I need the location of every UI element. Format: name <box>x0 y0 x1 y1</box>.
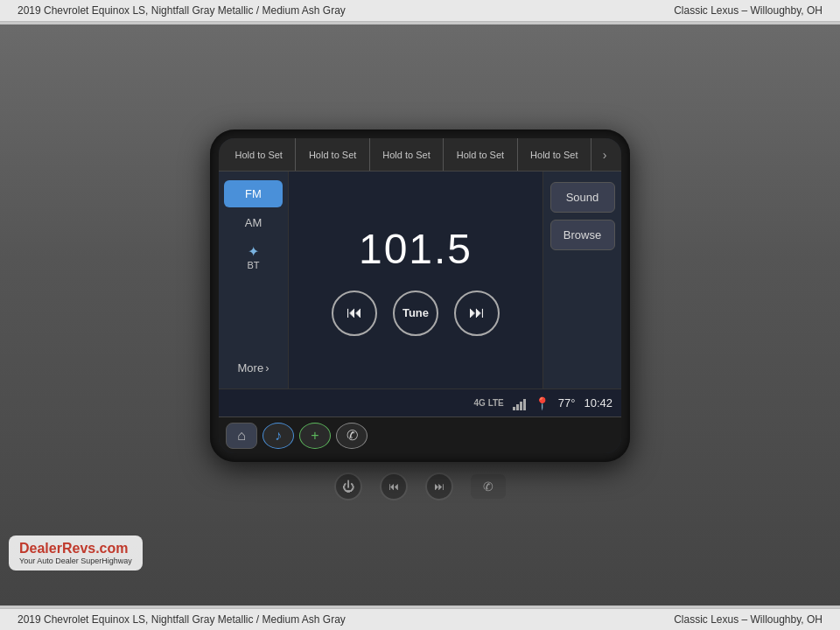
next-track-button[interactable]: ⏭ <box>454 290 500 336</box>
preset-bar: Hold to Set Hold to Set Hold to Set Hold… <box>219 138 621 172</box>
signal-bar-3 <box>520 402 522 410</box>
bottom-caption-bar: 2019 Chevrolet Equinox LS, Nightfall Gra… <box>0 608 840 630</box>
bottom-caption-left: 2019 Chevrolet Equinox LS, Nightfall Gra… <box>18 613 346 626</box>
screen-bezel: Hold to Set Hold to Set Hold to Set Hold… <box>210 130 630 500</box>
top-caption-right: Classic Lexus – Willoughby, OH <box>674 4 822 17</box>
more-chevron-icon: › <box>265 361 269 374</box>
right-sidebar: Sound Browse <box>542 172 621 388</box>
home-button[interactable]: ⌂ <box>226 423 257 449</box>
bottom-caption-right: Classic Lexus – Willoughby, OH <box>674 613 822 626</box>
next-track-icon: ⏭ <box>469 304 485 322</box>
watermark-sub: Your Auto Dealer SuperHighway <box>19 556 132 565</box>
sound-button[interactable]: Sound <box>550 182 615 213</box>
infotainment-screen: Hold to Set Hold to Set Hold to Set Hold… <box>219 138 621 453</box>
temperature-display: 77° <box>558 396 576 410</box>
preset-4[interactable]: Hold to Set <box>444 138 517 171</box>
content-area: FM AM ✦ BT More › <box>219 172 621 388</box>
skip-next-button[interactable]: ⏭ <box>425 472 453 500</box>
preset-next-button[interactable]: › <box>592 138 618 171</box>
top-caption-bar: 2019 Chevrolet Equinox LS, Nightfall Gra… <box>0 0 840 22</box>
more-button[interactable]: More › <box>219 354 288 382</box>
signal-bar-2 <box>516 404 519 410</box>
lte-label: 4G LTE <box>474 398 504 408</box>
bluetooth-icon: ✦ <box>248 243 259 260</box>
skip-prev-button[interactable]: ⏮ <box>380 472 408 500</box>
status-bar: 4G LTE 📍 77° 10:42 <box>219 388 621 416</box>
tune-button[interactable]: Tune <box>393 290 438 336</box>
playback-controls: ⏮ Tune ⏭ <box>332 290 500 336</box>
bottom-toolbar: ⌂ ♪ + ✆ <box>219 416 621 453</box>
center-area: 101.5 ⏮ Tune ⏭ <box>289 172 542 388</box>
location-icon: 📍 <box>535 396 550 410</box>
browse-button[interactable]: Browse <box>550 220 615 250</box>
home-icon: ⌂ <box>237 428 246 444</box>
prev-track-button[interactable]: ⏮ <box>332 290 377 336</box>
top-caption-left: 2019 Chevrolet Equinox LS, Nightfall Gra… <box>18 4 346 17</box>
phone-hw-button[interactable]: ✆ <box>471 474 506 499</box>
add-icon: + <box>311 428 318 444</box>
preset-5[interactable]: Hold to Set <box>518 138 592 171</box>
phone-icon: ✆ <box>346 427 358 444</box>
power-button[interactable]: ⏻ <box>334 472 362 500</box>
bt-source-button[interactable]: ✦ BT <box>219 236 288 277</box>
left-sidebar: FM AM ✦ BT More › <box>219 172 289 388</box>
signal-strength-icon <box>513 396 526 410</box>
signal-bar-1 <box>513 407 515 410</box>
signal-bar-4 <box>523 399 526 410</box>
am-source-button[interactable]: AM <box>219 209 288 236</box>
more-label: More <box>238 361 264 374</box>
clock-display: 10:42 <box>584 396 612 410</box>
chevron-right-icon: › <box>603 148 607 162</box>
dashboard: Hold to Set Hold to Set Hold to Set Hold… <box>0 24 840 606</box>
watermark-site: DealerRevs.com <box>19 541 132 556</box>
main-area: Hold to Set Hold to Set Hold to Set Hold… <box>0 24 840 606</box>
phone-button[interactable]: ✆ <box>336 423 368 449</box>
preset-2[interactable]: Hold to Set <box>296 138 369 171</box>
watermark: DealerRevs.com Your Auto Dealer SuperHig… <box>9 536 143 570</box>
prev-track-icon: ⏮ <box>346 304 362 322</box>
music-button[interactable]: ♪ <box>262 423 294 449</box>
preset-1[interactable]: Hold to Set <box>222 138 296 171</box>
add-button[interactable]: + <box>299 423 331 449</box>
physical-controls: ⏻ ⏮ ⏭ ✆ <box>210 472 630 500</box>
bt-label: BT <box>247 260 259 270</box>
music-icon: ♪ <box>275 428 282 444</box>
frequency-display: 101.5 <box>359 225 472 273</box>
preset-3[interactable]: Hold to Set <box>370 138 444 171</box>
fm-source-button[interactable]: FM <box>224 180 283 207</box>
